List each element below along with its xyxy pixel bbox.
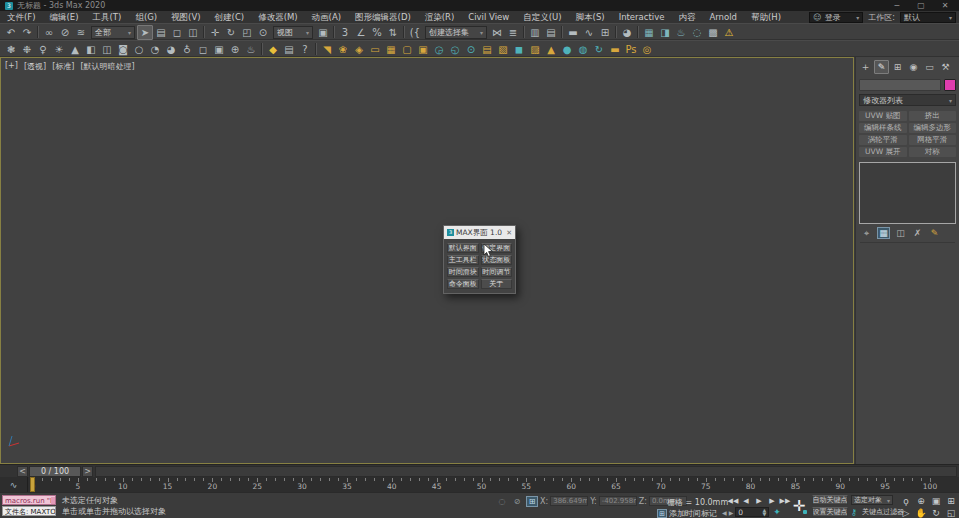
menu-item-15[interactable]: 内容 [671, 11, 702, 23]
bar-icon[interactable]: ▭ [367, 42, 383, 57]
percent-snap-icon[interactable]: % [369, 25, 385, 40]
object-name-field[interactable] [859, 79, 941, 91]
listener-line[interactable]: 文件名: MAXTOOL [2, 506, 56, 516]
dialog-button-2[interactable]: 锁定界面 [481, 243, 513, 253]
omni-light-icon[interactable]: ♁ [179, 42, 195, 57]
refresh-icon[interactable]: ↻ [591, 42, 607, 57]
menu-item-13[interactable]: 脚本(S) [569, 11, 612, 23]
menu-item-9[interactable]: 图形编辑器(D) [348, 11, 418, 23]
align-icon[interactable]: ≣ [505, 25, 521, 40]
key-mode-toggle-icon[interactable]: ✦ [773, 507, 781, 517]
open-state-sets-icon[interactable]: ▩ [705, 25, 721, 40]
help-circle-icon[interactable]: ? [297, 42, 313, 57]
mini-curve-editor-button[interactable]: ∿ [0, 477, 28, 492]
spinner-snap-icon[interactable]: ⇅ [385, 25, 401, 40]
menu-item-6[interactable]: 创建(C) [208, 11, 252, 23]
box-select-icon[interactable]: ▣ [211, 42, 227, 57]
perspective-viewport[interactable]: [+][透视][标准][默认明暗处理] [0, 57, 854, 464]
ball-alt-icon[interactable]: ◍ [575, 42, 591, 57]
target-circle-icon[interactable]: ◎ [639, 42, 655, 57]
dialog-button-7[interactable]: 命令面板 [447, 279, 479, 289]
stack-box-icon[interactable]: ▣ [415, 42, 431, 57]
toggle-layer-explorer-icon[interactable]: ▤ [543, 25, 559, 40]
use-pivot-point-center-icon[interactable]: ▣ [315, 25, 331, 40]
x-coordinate-field[interactable]: 386.649mm [550, 496, 588, 506]
unlink-selection-icon[interactable]: ⊘ [57, 25, 73, 40]
menu-item-2[interactable]: 编辑(E) [43, 11, 86, 23]
login-dropdown[interactable]: ☺ 登录 ▾ [809, 12, 863, 23]
camera-icon[interactable]: ◧ [83, 42, 99, 57]
current-frame-marker[interactable] [30, 477, 35, 492]
menu-item-11[interactable]: Civil View [461, 11, 516, 23]
y-coordinate-field[interactable]: -402.958mm [599, 496, 637, 506]
menu-item-5[interactable]: 视图(V) [164, 11, 207, 23]
image-icon[interactable]: ▨ [527, 42, 543, 57]
remove-modifier-icon[interactable]: ✗ [911, 227, 924, 239]
maxscript-mini-listener[interactable]: macros.run "MAC 文件名: MAXTOOL [2, 495, 56, 516]
sunlight-icon[interactable]: ☀ [51, 42, 67, 57]
modifier-stack[interactable] [859, 162, 956, 224]
notify-bell-icon[interactable]: ◆ [265, 42, 281, 57]
select-and-place-icon[interactable]: ⊙ [255, 25, 271, 40]
menu-item-4[interactable]: 组(G) [128, 11, 164, 23]
selection-set-dropdown[interactable]: 选定对象 ▾ [851, 495, 893, 505]
menu-item-12[interactable]: 自定义(U) [516, 11, 568, 23]
maximize-viewport-icon[interactable]: ◱ [944, 507, 958, 518]
zoom-extents-all-icon[interactable]: ⊞ [944, 495, 958, 506]
pyramid-icon[interactable]: ▲ [543, 42, 559, 57]
frame-icon[interactable]: ▢ [399, 42, 415, 57]
motion-tab[interactable]: ◉ [906, 60, 921, 74]
add-time-tag[interactable]: ⊞ 添加时间标记 [657, 508, 717, 518]
zoom-all-icon[interactable]: ⊕ [914, 495, 928, 506]
ring-icon[interactable]: ○ [131, 42, 147, 57]
gears-icon[interactable]: ❀ [335, 42, 351, 57]
select-by-name-icon[interactable]: ▤ [153, 25, 169, 40]
select-and-link-icon[interactable]: ∞ [41, 25, 57, 40]
create-tab[interactable]: + [858, 60, 873, 74]
dashed-box-icon[interactable]: ▧ [495, 42, 511, 57]
render-production-icon[interactable]: ♨ [673, 25, 689, 40]
object-color-swatch[interactable] [944, 79, 956, 91]
isolate-selection-icon[interactable]: ◌ [496, 496, 508, 507]
list-panel-icon[interactable]: ▤ [281, 42, 297, 57]
zoom-icon[interactable]: ϙ [899, 495, 913, 506]
teapot-icon[interactable]: ♨ [243, 42, 259, 57]
play-icon[interactable]: ▶ [753, 495, 765, 506]
modify-tab[interactable]: ✎ [874, 60, 889, 74]
previous-key-icon[interactable]: ◀ [722, 509, 727, 516]
dialog-button-3[interactable]: 主工具栏 [447, 255, 479, 265]
dialog-button-8[interactable]: 关于 [481, 279, 513, 289]
photoshop-icon[interactable]: Ps [623, 42, 639, 57]
field-of-view-icon[interactable]: ▷ [899, 507, 913, 518]
viewport-label-segment-2[interactable]: [透视] [24, 61, 46, 72]
menu-item-1[interactable]: 文件(F) [0, 11, 43, 23]
current-frame-field[interactable]: 0 ▲▼ [735, 507, 769, 517]
footsteps-icon[interactable]: ❉ [19, 42, 35, 57]
set-key-button[interactable]: 设置关键点 [812, 507, 848, 517]
named-selection-sets-dropdown[interactable]: 创建选择集▾ [425, 26, 487, 39]
hierarchy-tab[interactable]: ⊞ [890, 60, 905, 74]
time-slider-handle[interactable]: 0 / 100 [29, 466, 81, 477]
orbit-icon[interactable]: ↻ [929, 507, 943, 518]
previous-frame-icon[interactable]: ◀ [740, 495, 752, 506]
close-button[interactable]: ✕ [940, 1, 950, 10]
magnifier-icon[interactable]: ⊙ [463, 42, 479, 57]
light-bulb-icon[interactable]: ♀ [35, 42, 51, 57]
auto-key-button[interactable]: 自动关键点 [812, 495, 848, 505]
ball-icon[interactable]: ● [559, 42, 575, 57]
material-editor-icon[interactable]: ◕ [619, 25, 635, 40]
redo-icon[interactable]: ↷ [19, 25, 35, 40]
cone-icon[interactable]: ▲ [67, 42, 83, 57]
rendered-frame-window-icon[interactable]: ◨ [657, 25, 673, 40]
key-filters-button[interactable]: 关键点过滤器... [862, 507, 904, 517]
menu-item-3[interactable]: 工具(T) [86, 11, 129, 23]
window-crossing-icon[interactable]: ◫ [185, 25, 201, 40]
set-keys-button[interactable]: ✛ [789, 496, 809, 516]
edit-named-selection-sets-icon[interactable]: ({ [407, 25, 423, 40]
sphere-icon[interactable]: ◔ [147, 42, 163, 57]
spheres-alt-icon[interactable]: ◵ [447, 42, 463, 57]
schematic-view-icon[interactable]: ⊞ [597, 25, 613, 40]
viewport-label-segment-3[interactable]: [标准] [52, 61, 74, 72]
viewport-label-segment-1[interactable]: [+] [5, 61, 18, 72]
minimize-button[interactable]: ─ [892, 1, 902, 10]
